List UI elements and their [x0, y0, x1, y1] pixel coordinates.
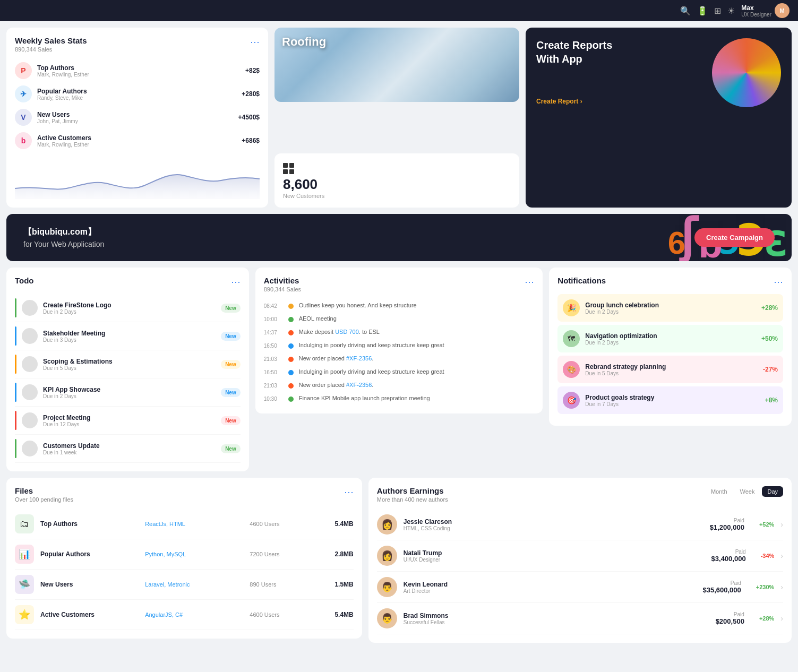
- notif-icon: 🎨: [563, 361, 580, 378]
- todo-badge: New: [221, 360, 241, 369]
- authors-earnings-title: Authors Earnings: [377, 486, 448, 495]
- notifications-options[interactable]: ⋯: [774, 276, 783, 288]
- campaign-banner: 【biqubiqu.com】 for Your Web Application …: [6, 214, 792, 261]
- activities-title: Activities: [264, 276, 301, 285]
- create-campaign-button[interactable]: Create Campaign: [694, 228, 775, 247]
- notifications-title: Notifications: [557, 276, 606, 285]
- create-reports-title-line1: Create Reports: [536, 38, 612, 52]
- user-role: UX Designer: [741, 12, 771, 18]
- notifications-card: Notifications ⋯ 🎉 Group lunch celebratio…: [549, 268, 792, 426]
- notif-icon: 🗺: [563, 330, 580, 347]
- popular-authors-names: Randy, Steve, Mike: [37, 95, 236, 101]
- notif-icon: 🎉: [563, 299, 580, 316]
- todo-badge: New: [221, 304, 241, 313]
- active-customers-name: Active Customers: [37, 134, 236, 142]
- active-customers-icon: b: [15, 132, 32, 149]
- create-reports-card: Create Reports With App Create Report ›: [526, 28, 792, 208]
- activity-item: 16:50 Indulging in poorly driving and ke…: [264, 339, 535, 352]
- avatar[interactable]: M: [775, 3, 790, 18]
- file-icon: 🛸: [15, 575, 34, 594]
- order-link[interactable]: #XF-2356: [346, 355, 372, 361]
- period-day[interactable]: Day: [762, 486, 783, 497]
- todo-options[interactable]: ⋯: [231, 276, 241, 288]
- todo-avatar: [22, 384, 38, 400]
- activity-list: 08:42 Outlines keep you honest. And keep…: [264, 299, 535, 405]
- sales-chart: [15, 157, 260, 199]
- todo-item: Customers Update Due in 1 week New: [15, 435, 241, 463]
- author-avatar: 👩: [377, 546, 397, 566]
- weekly-sales-title: Weekly Sales Stats: [15, 36, 87, 45]
- order-link-2[interactable]: #XF-2356: [346, 382, 372, 388]
- new-customers-value: 8,600: [283, 176, 511, 193]
- todo-badge: New: [221, 332, 241, 341]
- campaign-subtitle: for Your Web Application: [23, 240, 104, 248]
- author-avatar: 👨: [377, 608, 397, 628]
- roofing-title: Roofing: [282, 35, 326, 49]
- apps-icon[interactable]: ⊞: [714, 6, 721, 16]
- user-name: Max: [741, 4, 771, 12]
- deposit-link[interactable]: USD 700: [335, 329, 359, 335]
- todo-list: Create FireStone Logo Due in 2 Days New …: [15, 294, 241, 463]
- file-icon: 📊: [15, 545, 34, 564]
- period-week[interactable]: Week: [735, 486, 760, 497]
- new-customers-card: 8,600 New Customers: [274, 153, 519, 208]
- file-item: ⭐ Active Customers AngularJS, C# 4600 Us…: [15, 600, 354, 630]
- activities-subtitle: 890,344 Sales: [264, 286, 301, 292]
- top-authors-names: Mark, Rowling, Esther: [37, 72, 240, 77]
- new-users-icon: V: [15, 109, 32, 126]
- files-options[interactable]: ⋯: [344, 486, 354, 498]
- todo-item: Scoping & Estimations Due in 5 Days New: [15, 350, 241, 378]
- todo-avatar: [22, 356, 38, 372]
- todo-title: Todo: [15, 276, 34, 285]
- active-customers-value: +686$: [242, 137, 260, 144]
- notification-item: 🎨 Rebrand strategy planning Due in 5 Day…: [557, 356, 783, 383]
- user-profile[interactable]: Max UX Designer M: [741, 3, 790, 18]
- stat-new-users: V New Users John, Pat, Jimmy +4500$: [15, 106, 260, 129]
- activity-item: 21:03 New order placed #XF-2356.: [264, 378, 535, 392]
- period-month[interactable]: Month: [706, 486, 733, 497]
- author-change: +230%: [756, 584, 775, 590]
- file-icon: 🗂: [15, 514, 34, 533]
- todo-item: Project Meeting Due in 12 Days New: [15, 407, 241, 435]
- file-item: 🗂 Top Authors ReactJs, HTML 4600 Users 5…: [15, 509, 354, 539]
- author-item: 👨 Brad Simmons Successful Fellas Paid $2…: [377, 603, 783, 634]
- activities-options[interactable]: ⋯: [525, 276, 534, 288]
- topbar: 🔍 🔋 ⊞ ☀ Max UX Designer M: [0, 0, 798, 21]
- weekly-sales-options[interactable]: ⋯: [250, 36, 260, 48]
- brightness-icon[interactable]: ☀: [727, 6, 735, 16]
- author-chevron-icon[interactable]: ›: [780, 520, 783, 529]
- new-users-names: John, Pat, Jimmy: [37, 118, 233, 124]
- file-list: 🗂 Top Authors ReactJs, HTML 4600 Users 5…: [15, 509, 354, 630]
- author-chevron-icon[interactable]: ›: [780, 614, 783, 623]
- activity-item: 14:37 Make deposit USD 700. to ESL: [264, 325, 535, 339]
- activity-dot: [288, 383, 294, 389]
- new-customers-label: New Customers: [283, 193, 511, 199]
- create-report-link[interactable]: Create Report ›: [536, 98, 612, 105]
- todo-badge: New: [221, 416, 241, 425]
- author-chevron-icon[interactable]: ›: [780, 552, 783, 560]
- activity-dot: [288, 357, 294, 362]
- todo-item: Stakeholder Meeting Due in 3 Days New: [15, 322, 241, 350]
- files-card: Files Over 100 pending files ⋯ 🗂 Top Aut…: [6, 478, 362, 639]
- notif-icon: 🎯: [563, 392, 580, 409]
- activity-item: 16:50 Indulging in poorly driving and ke…: [264, 365, 535, 378]
- activities-card: Activities 890,344 Sales ⋯ 08:42 Outline…: [255, 268, 543, 413]
- files-title: Files: [15, 486, 73, 495]
- todo-avatar: [22, 328, 38, 344]
- stat-top-authors: P Top Authors Mark, Rowling, Esther +82$: [15, 59, 260, 82]
- period-tabs: Month Week Day: [706, 486, 783, 497]
- author-item: 👨 Kevin Leonard Art Director Paid $35,60…: [377, 572, 783, 603]
- activity-dot: [288, 330, 294, 335]
- author-chevron-icon[interactable]: ›: [780, 583, 783, 591]
- search-icon[interactable]: 🔍: [680, 6, 691, 16]
- create-reports-title-line2: With App: [536, 52, 612, 66]
- activity-dot: [288, 343, 294, 349]
- notif-value: +8%: [765, 397, 778, 404]
- stat-popular-authors: ✈ Popular Authors Randy, Steve, Mike +28…: [15, 82, 260, 106]
- author-change: -34%: [761, 553, 775, 559]
- notif-value: +28%: [761, 304, 778, 312]
- todo-avatar: [22, 441, 38, 456]
- todo-card: Todo ⋯ Create FireStone Logo Due in 2 Da…: [6, 268, 249, 471]
- author-avatar: 👩: [377, 514, 397, 535]
- author-change: +28%: [759, 615, 774, 622]
